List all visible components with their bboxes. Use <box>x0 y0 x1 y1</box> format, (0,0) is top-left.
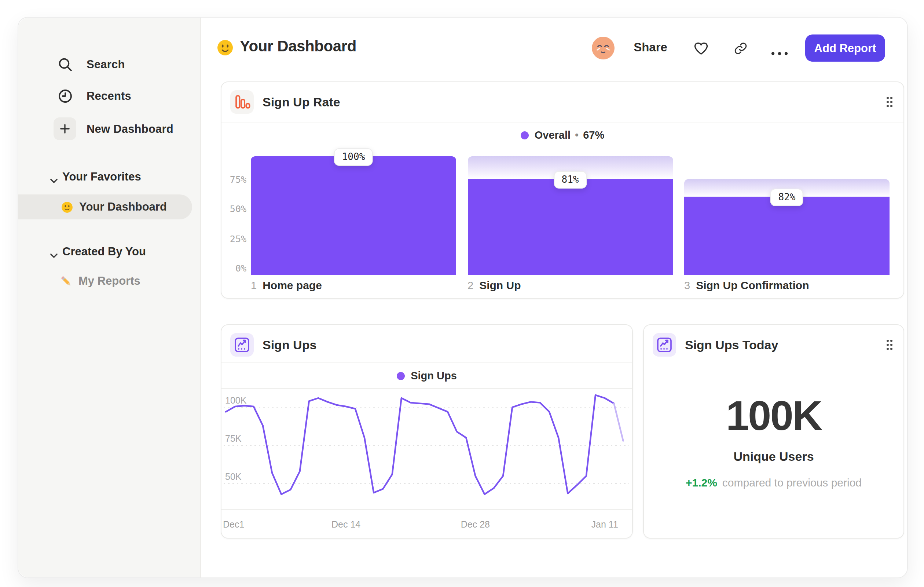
avatar[interactable] <box>592 37 615 60</box>
sidebar-section-your-favorites[interactable]: Your Favorites <box>18 169 141 185</box>
y-axis-label: 50K <box>225 471 242 483</box>
bar-value-tooltip: 100% <box>334 148 373 166</box>
app-window: Search Recents New Dashboard <box>18 17 908 578</box>
funnel-bar[interactable] <box>684 197 889 275</box>
sidebar-section-created-by-you[interactable]: Created By You <box>18 244 146 260</box>
metric-value: 100K <box>644 391 903 440</box>
signups-line-svg <box>221 388 632 509</box>
plus-icon <box>54 117 76 140</box>
sidebar-item-new-dashboard[interactable]: New Dashboard <box>18 117 194 142</box>
metric-delta-row: +1.2% compared to previous period <box>644 476 903 489</box>
signups-chart: 100K75K50K <box>221 388 632 509</box>
app-root: Search Recents New Dashboard <box>0 0 924 587</box>
smiley-emoji <box>61 201 73 213</box>
y-axis-label: 75K <box>225 433 242 445</box>
sidebar-item-label: Recents <box>87 89 131 103</box>
y-axis-label: 75% <box>221 174 246 185</box>
page-title: Your Dashboard <box>240 37 356 55</box>
x-axis-label: Dec 28 <box>461 519 490 530</box>
sidebar-item-my-reports[interactable]: My Reports <box>18 269 140 293</box>
chevron-down-icon <box>50 174 58 180</box>
delta-note: compared to previous period <box>722 476 862 489</box>
copy-link-button[interactable] <box>733 41 748 56</box>
funnel-step-label: 2Sign Up <box>467 279 521 292</box>
share-button[interactable]: Share <box>629 40 672 54</box>
line-report-icon <box>653 333 676 357</box>
pencil-emoji <box>59 274 73 288</box>
chevron-down-icon <box>50 248 58 255</box>
bar-value-tooltip: 82% <box>771 189 804 206</box>
sidebar-item-recents[interactable]: Recents <box>18 84 194 109</box>
delta-badge: +1.2% <box>686 476 717 489</box>
y-axis-label: 100K <box>225 395 246 407</box>
more-options-button[interactable] <box>770 46 789 52</box>
search-icon <box>57 56 73 73</box>
sidebar-item-your-dashboard[interactable]: Your Dashboard <box>18 194 192 219</box>
sidebar-item-label: New Dashboard <box>87 122 173 136</box>
sidebar-item-label: My Reports <box>78 274 140 288</box>
dashboard-title-emoji <box>216 39 234 56</box>
section-label: Created By You <box>62 245 146 258</box>
bar-value-tooltip: 81% <box>554 171 587 189</box>
funnel-bar[interactable] <box>467 179 673 275</box>
x-axis-label: Dec1 <box>223 519 244 530</box>
recents-icon <box>57 88 73 104</box>
signups-today-card: Sign Ups Today 100K Unique Users +1.2% c… <box>643 324 904 539</box>
legend-dot <box>397 372 405 380</box>
signups-card: Sign Ups Sign Ups 100K75K50K Dec1Dec 14D… <box>221 324 633 539</box>
add-report-button[interactable]: Add Report <box>805 35 885 62</box>
y-axis-label: 50% <box>221 203 246 215</box>
dashboard-header: Your Dashboard Share <box>200 18 907 81</box>
drag-handle-icon[interactable] <box>886 339 893 351</box>
sidebar-item-label: Your Dashboard <box>79 200 167 213</box>
x-axis-label: Jan 11 <box>591 519 618 530</box>
x-axis-label: Dec 14 <box>332 519 360 530</box>
signup-rate-chart: 75%50%25%0%100%1Home page81%2Sign Up82%3… <box>221 82 903 298</box>
metric-label: Unique Users <box>644 450 903 465</box>
sidebar-item-search[interactable]: Search <box>18 52 194 77</box>
favorite-heart-button[interactable] <box>693 40 709 56</box>
line-legend[interactable]: Sign Ups <box>221 363 632 389</box>
signups-xaxis: Dec1Dec 14Dec 28Jan 11 <box>221 509 632 539</box>
sidebar: Search Recents New Dashboard <box>18 18 201 577</box>
funnel-step-label: 1Home page <box>251 279 322 292</box>
line-report-icon <box>230 333 254 357</box>
y-axis-label: 25% <box>221 233 246 245</box>
y-axis-label: 0% <box>221 263 246 274</box>
section-label: Your Favorites <box>62 170 141 184</box>
legend-series-label: Sign Ups <box>411 370 457 382</box>
signup-rate-card: Sign Up Rate Overall • 67% 75%50%25%0%10… <box>221 81 904 299</box>
funnel-bar[interactable] <box>251 156 456 275</box>
card-title: Sign Ups <box>262 338 317 353</box>
funnel-step-label: 3Sign Up Confirmation <box>684 279 809 292</box>
card-title: Sign Ups Today <box>685 338 778 353</box>
sidebar-item-label: Search <box>87 58 125 71</box>
